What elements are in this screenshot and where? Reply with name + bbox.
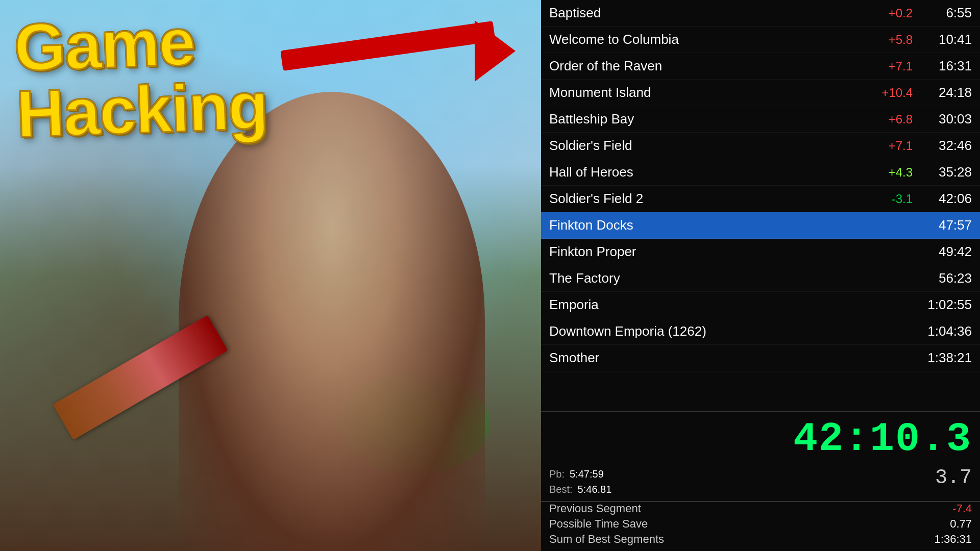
split-row-the-factory: The Factory56:23 (541, 265, 980, 292)
split-time-welcome-columbia: 10:41 (921, 32, 972, 47)
live-delta: 3.7 (935, 466, 972, 489)
main-timer: 42:10.3 (549, 416, 972, 462)
split-row-smother: Smother1:38:21 (541, 345, 980, 371)
best-value: 5:46.81 (578, 482, 612, 497)
best-label: Best: (549, 482, 573, 497)
split-time-monument-island: 24:18 (921, 85, 972, 101)
split-row-monument-island: Monument Island+10.424:18 (541, 80, 980, 106)
best-row: Best: 5:46.81 (549, 482, 611, 497)
split-time-order-raven: 16:31 (921, 58, 972, 74)
split-delta-order-raven: +7.1 (862, 59, 913, 73)
split-name-order-raven: Order of the Raven (549, 58, 862, 74)
red-arrow-annotation (281, 20, 516, 82)
split-delta-soldiers-field-2: -3.1 (862, 192, 913, 206)
arrow-body (280, 21, 495, 71)
split-row-order-raven: Order of the Raven+7.116:31 (541, 53, 980, 80)
split-name-soldiers-field-2: Soldier's Field 2 (549, 191, 862, 207)
split-row-soldiers-field-2: Soldier's Field 2-3.142:06 (541, 186, 980, 212)
possible-save-value: 0.77 (950, 517, 972, 531)
split-row-hall-heroes: Hall of Heroes+4.335:28 (541, 159, 980, 186)
splits-container: Baptised+0.26:55Welcome to Columbia+5.81… (541, 0, 980, 411)
arrow-head (475, 20, 516, 82)
split-row-baptised: Baptised+0.26:55 (541, 0, 980, 27)
character (179, 92, 485, 551)
split-delta-battleship-bay: +6.8 (862, 112, 913, 127)
game-title: Game Hacking (13, 6, 268, 147)
split-row-battleship-bay: Battleship Bay+6.830:03 (541, 106, 980, 133)
split-time-emporia: 1:02:55 (921, 297, 972, 313)
split-time-soldiers-field-2: 42:06 (921, 191, 972, 207)
possible-save-label: Possible Time Save (549, 517, 648, 531)
game-panel: Game Hacking (0, 0, 541, 551)
split-name-soldiers-field: Soldier's Field (549, 138, 862, 154)
prev-segment-row: Previous Segment -7.4 (549, 502, 972, 515)
split-name-smother: Smother (549, 350, 862, 366)
prev-segment-label: Previous Segment (549, 502, 641, 515)
split-row-finkton-proper: Finkton Proper49:42 (541, 239, 980, 265)
split-time-smother: 1:38:21 (921, 350, 972, 366)
split-row-finkton-docks: Finkton Docks47:57 (541, 212, 980, 239)
pb-row: Pb: 5:47:59 (549, 466, 611, 482)
pb-best-stats: Pb: 5:47:59 Best: 5:46.81 (549, 466, 611, 497)
split-name-finkton-proper: Finkton Proper (549, 244, 862, 260)
title-line2: Hacking (15, 68, 269, 151)
split-name-downtown-emporia: Downtown Emporia (1262) (549, 323, 862, 339)
split-time-finkton-proper: 49:42 (921, 244, 972, 260)
split-name-finkton-docks: Finkton Docks (549, 217, 862, 233)
sum-best-label: Sum of Best Segments (549, 533, 664, 546)
pb-label: Pb: (549, 466, 565, 482)
prev-segment-value: -7.4 (952, 502, 972, 515)
split-row-emporia: Emporia1:02:55 (541, 292, 980, 318)
split-name-welcome-columbia: Welcome to Columbia (549, 32, 862, 47)
split-name-hall-heroes: Hall of Heroes (549, 164, 862, 180)
split-delta-baptised: +0.2 (862, 6, 913, 20)
split-time-soldiers-field: 32:46 (921, 138, 972, 154)
split-name-baptised: Baptised (549, 5, 862, 21)
split-time-downtown-emporia: 1:04:36 (921, 323, 972, 339)
sum-best-value: 1:36:31 (935, 533, 972, 546)
split-time-finkton-docks: 47:57 (921, 217, 972, 233)
split-row-welcome-columbia: Welcome to Columbia+5.810:41 (541, 27, 980, 53)
sum-best-row: Sum of Best Segments 1:36:31 (549, 533, 972, 546)
split-delta-soldiers-field: +7.1 (862, 139, 913, 153)
split-name-monument-island: Monument Island (549, 85, 862, 101)
speedrun-panel: Baptised+0.26:55Welcome to Columbia+5.81… (541, 0, 980, 551)
stats-section: Pb: 5:47:59 Best: 5:46.81 3.7 (541, 464, 980, 501)
split-time-hall-heroes: 35:28 (921, 164, 972, 180)
split-row-downtown-emporia: Downtown Emporia (1262)1:04:36 (541, 318, 980, 345)
timer-section: 42:10.3 (541, 412, 980, 464)
split-time-battleship-bay: 30:03 (921, 111, 972, 127)
split-name-emporia: Emporia (549, 297, 862, 313)
split-delta-monument-island: +10.4 (862, 86, 913, 100)
split-time-the-factory: 56:23 (921, 270, 972, 286)
split-delta-hall-heroes: +4.3 (862, 165, 913, 180)
split-row-soldiers-field: Soldier's Field+7.132:46 (541, 133, 980, 159)
possible-save-row: Possible Time Save 0.77 (549, 517, 972, 531)
pb-value: 5:47:59 (570, 466, 604, 482)
split-name-the-factory: The Factory (549, 270, 862, 286)
split-name-battleship-bay: Battleship Bay (549, 111, 862, 127)
split-time-baptised: 6:55 (921, 5, 972, 21)
split-delta-welcome-columbia: +5.8 (862, 33, 913, 47)
bottom-stats: Previous Segment -7.4 Possible Time Save… (541, 502, 980, 551)
